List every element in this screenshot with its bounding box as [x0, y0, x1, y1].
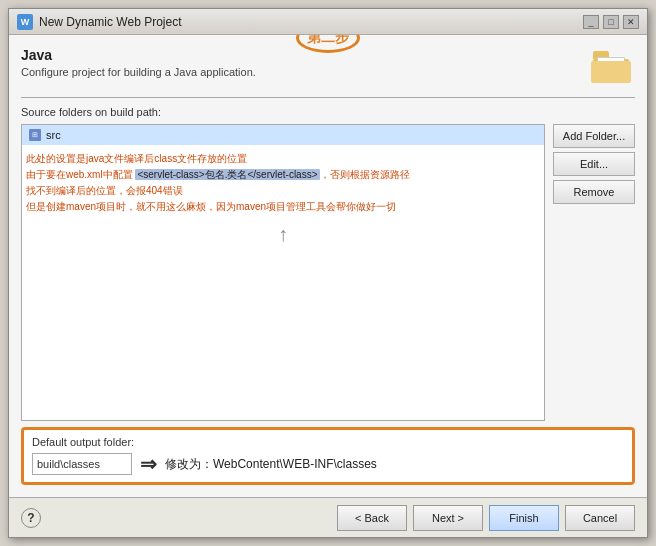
- window-title: New Dynamic Web Project: [39, 15, 182, 29]
- title-bar: W New Dynamic Web Project _ □ ✕: [9, 9, 647, 35]
- footer-buttons: < Back Next > Finish Cancel: [337, 505, 635, 531]
- footer: ? < Back Next > Finish Cancel: [9, 497, 647, 537]
- edit-button[interactable]: Edit...: [553, 152, 635, 176]
- src-item: src: [46, 129, 61, 141]
- annotation-line2: 由于要在web.xml中配置 <servlet-class>包名.类名</ser…: [26, 167, 540, 183]
- help-button[interactable]: ?: [21, 508, 41, 528]
- cancel-button[interactable]: Cancel: [565, 505, 635, 531]
- page-title: Java: [21, 47, 256, 63]
- source-list: ⊞ src 此处的设置是java文件编译后class文件存放的位置 由于要在we…: [21, 124, 545, 421]
- content-area: 第二步 Java Configure project for building …: [9, 35, 647, 497]
- annotation-line4: 但是创建maven项目时，就不用这么麻烦，因为maven项目管理工具会帮你做好一…: [26, 199, 540, 215]
- title-bar-left: W New Dynamic Web Project: [17, 14, 182, 30]
- header-left: Java Configure project for building a Ja…: [21, 47, 256, 78]
- window-icon: W: [17, 14, 33, 30]
- action-buttons: Add Folder... Edit... Remove: [553, 124, 635, 421]
- annotation-area: 此处的设置是java文件编译后class文件存放的位置 由于要在web.xml中…: [22, 145, 544, 221]
- arrow-right-icon: ⇒: [140, 452, 157, 476]
- close-button[interactable]: ✕: [623, 15, 639, 29]
- back-button[interactable]: < Back: [337, 505, 407, 531]
- arrow-up-icon: ↑: [22, 223, 544, 246]
- header-section: Java Configure project for building a Ja…: [21, 47, 635, 87]
- next-button[interactable]: Next >: [413, 505, 483, 531]
- header-divider: [21, 97, 635, 98]
- annotation-line1: 此处的设置是java文件编译后class文件存放的位置: [26, 151, 540, 167]
- add-folder-button[interactable]: Add Folder...: [553, 124, 635, 148]
- output-section: Default output folder: ⇒ 修改为：WebContent\…: [21, 427, 635, 485]
- minimize-button[interactable]: _: [583, 15, 599, 29]
- title-controls[interactable]: _ □ ✕: [583, 15, 639, 29]
- header-icon-area: [587, 47, 635, 87]
- list-item[interactable]: ⊞ src: [22, 125, 544, 145]
- finish-button[interactable]: Finish: [489, 505, 559, 531]
- main-window: W New Dynamic Web Project _ □ ✕ 第二步 Java…: [8, 8, 648, 538]
- output-row: ⇒ 修改为：WebContent\WEB-INF\classes: [32, 452, 624, 476]
- output-field[interactable]: [32, 453, 132, 475]
- annotation-line2-code: <servlet-class>包名.类名</servlet-class>: [135, 169, 319, 180]
- source-label: Source folders on build path:: [21, 106, 635, 118]
- annotation-line2-post: ，否则根据资源路径: [320, 169, 410, 180]
- folder-icon: [591, 51, 631, 83]
- package-icon: ⊞: [28, 128, 42, 142]
- output-label: Default output folder:: [32, 436, 624, 448]
- remove-button[interactable]: Remove: [553, 180, 635, 204]
- main-panel: ⊞ src 此处的设置是java文件编译后class文件存放的位置 由于要在we…: [21, 124, 635, 421]
- output-annotation: 修改为：WebContent\WEB-INF\classes: [165, 456, 377, 473]
- annotation-line2-pre: 由于要在web.xml中配置: [26, 169, 135, 180]
- header-description: Configure project for building a Java ap…: [21, 66, 256, 78]
- maximize-button[interactable]: □: [603, 15, 619, 29]
- annotation-line3: 找不到编译后的位置，会报404错误: [26, 183, 540, 199]
